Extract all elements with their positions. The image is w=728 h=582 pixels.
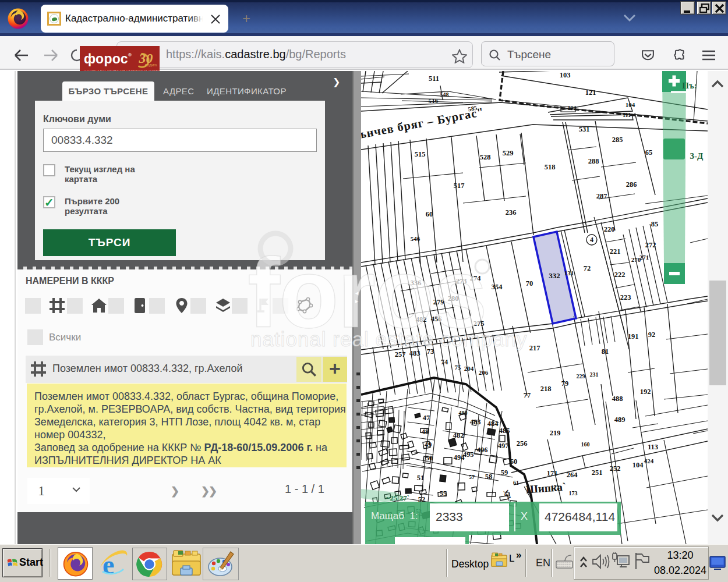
svg-text:272: 272	[645, 241, 656, 249]
svg-text:480: 480	[459, 410, 468, 416]
svg-text:483: 483	[470, 418, 481, 426]
svg-text:515: 515	[415, 150, 426, 158]
svg-text:488: 488	[612, 395, 623, 403]
svg-text:288: 288	[588, 157, 599, 165]
svg-text:75: 75	[455, 364, 462, 371]
svg-text:485: 485	[499, 427, 510, 435]
svg-text:497: 497	[498, 442, 509, 450]
svg-text:113: 113	[648, 443, 658, 451]
svg-text:59: 59	[501, 469, 508, 477]
svg-text:482: 482	[453, 431, 464, 439]
svg-text:528: 528	[480, 153, 491, 161]
svg-text:489: 489	[614, 416, 625, 424]
svg-text:218: 218	[540, 385, 552, 393]
svg-text:77: 77	[524, 391, 531, 399]
svg-text:286: 286	[626, 180, 637, 189]
svg-text:61: 61	[513, 480, 519, 486]
svg-text:47: 47	[423, 414, 430, 422]
svg-text:517: 517	[454, 182, 465, 190]
svg-text:529: 529	[503, 149, 514, 157]
svg-text:Шипка`: Шипка`	[525, 481, 567, 496]
svg-text:206: 206	[479, 369, 489, 376]
svg-text:531: 531	[579, 125, 590, 133]
svg-text:ънчев бряг – Бургас": ънчев бряг – Бургас"	[361, 105, 485, 141]
svg-text:173: 173	[569, 490, 578, 496]
svg-text:231: 231	[590, 371, 599, 378]
svg-text:ГОДИНИ: ГОДИНИ	[145, 63, 157, 67]
svg-text:204: 204	[464, 365, 474, 372]
svg-text:256: 256	[517, 439, 528, 448]
svg-text:79: 79	[561, 379, 569, 388]
svg-text:57: 57	[469, 474, 475, 480]
svg-text:64: 64	[504, 491, 510, 498]
svg-text:285: 285	[612, 136, 623, 144]
svg-text:495: 495	[463, 450, 474, 459]
svg-text:172: 172	[551, 484, 560, 491]
svg-text:191: 191	[628, 332, 639, 340]
svg-text:121: 121	[585, 88, 596, 97]
svg-text:103: 103	[560, 71, 571, 79]
svg-text:219: 219	[550, 429, 561, 437]
svg-text:111: 111	[623, 112, 631, 118]
svg-text:51: 51	[417, 474, 425, 482]
svg-text:national real estate company: national real estate company	[250, 328, 528, 350]
svg-text:160: 160	[581, 441, 590, 448]
svg-text:65: 65	[645, 148, 653, 157]
svg-text:58: 58	[485, 473, 493, 481]
svg-text:92: 92	[648, 331, 656, 339]
svg-text:171: 171	[547, 469, 558, 477]
svg-text:518: 518	[545, 163, 556, 171]
svg-text:192: 192	[640, 388, 651, 396]
svg-text:48: 48	[422, 428, 429, 436]
svg-text:496: 496	[477, 446, 488, 454]
svg-text:104: 104	[632, 461, 644, 469]
svg-text:Пъ:: Пъ:	[682, 81, 697, 90]
svg-text:511: 511	[429, 74, 439, 83]
svg-text:270: 270	[631, 256, 641, 263]
svg-text:424: 424	[644, 457, 654, 464]
svg-text:223: 223	[620, 293, 631, 301]
svg-text:484: 484	[487, 420, 499, 428]
svg-text:60: 60	[510, 457, 518, 466]
svg-text:3-Д: 3-Д	[690, 151, 704, 161]
svg-text:60: 60	[426, 210, 433, 218]
svg-text:102: 102	[568, 105, 577, 111]
svg-text:85: 85	[651, 220, 659, 228]
svg-text:252: 252	[610, 464, 621, 473]
svg-text:548: 548	[440, 91, 449, 98]
svg-text:236: 236	[506, 208, 517, 217]
svg-text:49: 49	[425, 441, 432, 449]
svg-text:264: 264	[567, 471, 578, 479]
svg-text:55: 55	[440, 489, 447, 498]
svg-text:251: 251	[592, 469, 603, 477]
svg-text:287: 287	[596, 192, 607, 200]
svg-text:516: 516	[429, 97, 439, 104]
svg-text:50: 50	[426, 454, 433, 462]
svg-text:104: 104	[625, 101, 635, 108]
svg-text:229: 229	[577, 373, 585, 379]
